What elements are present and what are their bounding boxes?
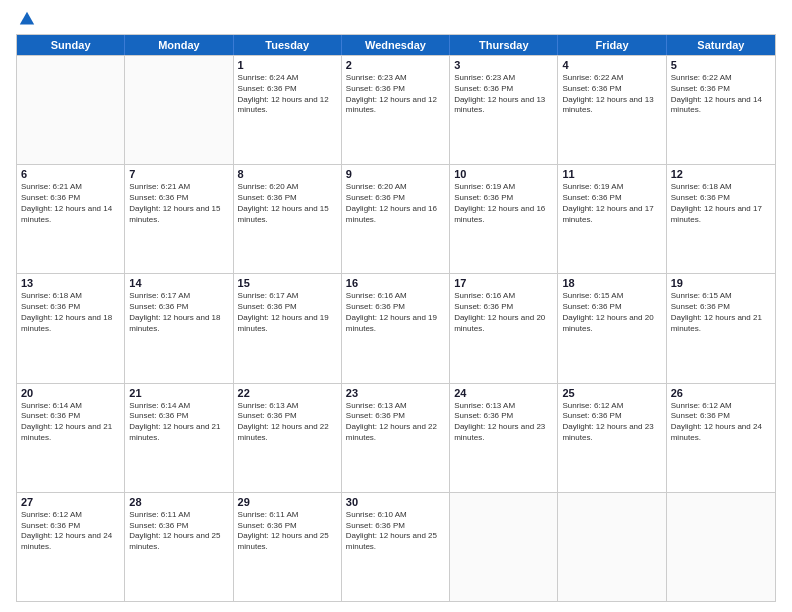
day-number: 26 — [671, 387, 771, 399]
calendar-cell: 13Sunrise: 6:18 AMSunset: 6:36 PMDayligh… — [17, 274, 125, 382]
day-number: 12 — [671, 168, 771, 180]
cell-info: Sunrise: 6:17 AMSunset: 6:36 PMDaylight:… — [129, 291, 228, 334]
calendar-cell — [17, 56, 125, 164]
calendar-row-2: 13Sunrise: 6:18 AMSunset: 6:36 PMDayligh… — [17, 273, 775, 382]
day-number: 14 — [129, 277, 228, 289]
day-number: 7 — [129, 168, 228, 180]
day-number: 4 — [562, 59, 661, 71]
day-number: 8 — [238, 168, 337, 180]
calendar-cell: 10Sunrise: 6:19 AMSunset: 6:36 PMDayligh… — [450, 165, 558, 273]
calendar-cell: 28Sunrise: 6:11 AMSunset: 6:36 PMDayligh… — [125, 493, 233, 601]
header-day-sunday: Sunday — [17, 35, 125, 55]
cell-info: Sunrise: 6:21 AMSunset: 6:36 PMDaylight:… — [21, 182, 120, 225]
calendar-cell: 15Sunrise: 6:17 AMSunset: 6:36 PMDayligh… — [234, 274, 342, 382]
day-number: 27 — [21, 496, 120, 508]
day-number: 10 — [454, 168, 553, 180]
day-number: 5 — [671, 59, 771, 71]
cell-info: Sunrise: 6:17 AMSunset: 6:36 PMDaylight:… — [238, 291, 337, 334]
day-number: 29 — [238, 496, 337, 508]
calendar-row-0: 1Sunrise: 6:24 AMSunset: 6:36 PMDaylight… — [17, 55, 775, 164]
calendar-cell — [450, 493, 558, 601]
calendar-cell: 16Sunrise: 6:16 AMSunset: 6:36 PMDayligh… — [342, 274, 450, 382]
cell-info: Sunrise: 6:18 AMSunset: 6:36 PMDaylight:… — [21, 291, 120, 334]
cell-info: Sunrise: 6:23 AMSunset: 6:36 PMDaylight:… — [346, 73, 445, 116]
cell-info: Sunrise: 6:11 AMSunset: 6:36 PMDaylight:… — [238, 510, 337, 553]
calendar-cell — [125, 56, 233, 164]
day-number: 25 — [562, 387, 661, 399]
header-day-wednesday: Wednesday — [342, 35, 450, 55]
cell-info: Sunrise: 6:16 AMSunset: 6:36 PMDaylight:… — [454, 291, 553, 334]
header-day-saturday: Saturday — [667, 35, 775, 55]
calendar-cell: 11Sunrise: 6:19 AMSunset: 6:36 PMDayligh… — [558, 165, 666, 273]
calendar-cell: 25Sunrise: 6:12 AMSunset: 6:36 PMDayligh… — [558, 384, 666, 492]
calendar-cell: 6Sunrise: 6:21 AMSunset: 6:36 PMDaylight… — [17, 165, 125, 273]
cell-info: Sunrise: 6:13 AMSunset: 6:36 PMDaylight:… — [238, 401, 337, 444]
page: SundayMondayTuesdayWednesdayThursdayFrid… — [0, 0, 792, 612]
day-number: 23 — [346, 387, 445, 399]
calendar-cell: 4Sunrise: 6:22 AMSunset: 6:36 PMDaylight… — [558, 56, 666, 164]
calendar-row-4: 27Sunrise: 6:12 AMSunset: 6:36 PMDayligh… — [17, 492, 775, 601]
day-number: 11 — [562, 168, 661, 180]
logo — [16, 10, 36, 28]
cell-info: Sunrise: 6:21 AMSunset: 6:36 PMDaylight:… — [129, 182, 228, 225]
day-number: 18 — [562, 277, 661, 289]
calendar-cell: 22Sunrise: 6:13 AMSunset: 6:36 PMDayligh… — [234, 384, 342, 492]
day-number: 20 — [21, 387, 120, 399]
calendar-cell: 17Sunrise: 6:16 AMSunset: 6:36 PMDayligh… — [450, 274, 558, 382]
header — [16, 10, 776, 28]
svg-marker-0 — [20, 12, 34, 25]
cell-info: Sunrise: 6:19 AMSunset: 6:36 PMDaylight:… — [562, 182, 661, 225]
day-number: 17 — [454, 277, 553, 289]
calendar-cell: 8Sunrise: 6:20 AMSunset: 6:36 PMDaylight… — [234, 165, 342, 273]
day-number: 21 — [129, 387, 228, 399]
calendar-cell: 27Sunrise: 6:12 AMSunset: 6:36 PMDayligh… — [17, 493, 125, 601]
cell-info: Sunrise: 6:16 AMSunset: 6:36 PMDaylight:… — [346, 291, 445, 334]
day-number: 19 — [671, 277, 771, 289]
cell-info: Sunrise: 6:11 AMSunset: 6:36 PMDaylight:… — [129, 510, 228, 553]
calendar-cell — [558, 493, 666, 601]
cell-info: Sunrise: 6:19 AMSunset: 6:36 PMDaylight:… — [454, 182, 553, 225]
calendar-cell: 29Sunrise: 6:11 AMSunset: 6:36 PMDayligh… — [234, 493, 342, 601]
day-number: 1 — [238, 59, 337, 71]
cell-info: Sunrise: 6:20 AMSunset: 6:36 PMDaylight:… — [238, 182, 337, 225]
calendar-cell: 2Sunrise: 6:23 AMSunset: 6:36 PMDaylight… — [342, 56, 450, 164]
day-number: 13 — [21, 277, 120, 289]
calendar-cell: 24Sunrise: 6:13 AMSunset: 6:36 PMDayligh… — [450, 384, 558, 492]
calendar-cell: 26Sunrise: 6:12 AMSunset: 6:36 PMDayligh… — [667, 384, 775, 492]
day-number: 9 — [346, 168, 445, 180]
cell-info: Sunrise: 6:12 AMSunset: 6:36 PMDaylight:… — [671, 401, 771, 444]
cell-info: Sunrise: 6:18 AMSunset: 6:36 PMDaylight:… — [671, 182, 771, 225]
cell-info: Sunrise: 6:22 AMSunset: 6:36 PMDaylight:… — [671, 73, 771, 116]
day-number: 6 — [21, 168, 120, 180]
day-number: 30 — [346, 496, 445, 508]
day-number: 16 — [346, 277, 445, 289]
calendar-cell: 21Sunrise: 6:14 AMSunset: 6:36 PMDayligh… — [125, 384, 233, 492]
cell-info: Sunrise: 6:14 AMSunset: 6:36 PMDaylight:… — [129, 401, 228, 444]
day-number: 24 — [454, 387, 553, 399]
calendar-cell: 9Sunrise: 6:20 AMSunset: 6:36 PMDaylight… — [342, 165, 450, 273]
calendar-cell: 23Sunrise: 6:13 AMSunset: 6:36 PMDayligh… — [342, 384, 450, 492]
cell-info: Sunrise: 6:13 AMSunset: 6:36 PMDaylight:… — [454, 401, 553, 444]
header-day-friday: Friday — [558, 35, 666, 55]
logo-icon — [18, 10, 36, 28]
calendar: SundayMondayTuesdayWednesdayThursdayFrid… — [16, 34, 776, 602]
calendar-row-3: 20Sunrise: 6:14 AMSunset: 6:36 PMDayligh… — [17, 383, 775, 492]
day-number: 28 — [129, 496, 228, 508]
calendar-cell: 19Sunrise: 6:15 AMSunset: 6:36 PMDayligh… — [667, 274, 775, 382]
cell-info: Sunrise: 6:23 AMSunset: 6:36 PMDaylight:… — [454, 73, 553, 116]
cell-info: Sunrise: 6:15 AMSunset: 6:36 PMDaylight:… — [562, 291, 661, 334]
cell-info: Sunrise: 6:13 AMSunset: 6:36 PMDaylight:… — [346, 401, 445, 444]
day-number: 3 — [454, 59, 553, 71]
cell-info: Sunrise: 6:12 AMSunset: 6:36 PMDaylight:… — [21, 510, 120, 553]
calendar-cell: 7Sunrise: 6:21 AMSunset: 6:36 PMDaylight… — [125, 165, 233, 273]
day-number: 2 — [346, 59, 445, 71]
cell-info: Sunrise: 6:14 AMSunset: 6:36 PMDaylight:… — [21, 401, 120, 444]
calendar-header: SundayMondayTuesdayWednesdayThursdayFrid… — [17, 35, 775, 55]
day-number: 22 — [238, 387, 337, 399]
header-day-monday: Monday — [125, 35, 233, 55]
calendar-cell: 3Sunrise: 6:23 AMSunset: 6:36 PMDaylight… — [450, 56, 558, 164]
calendar-cell — [667, 493, 775, 601]
calendar-cell: 14Sunrise: 6:17 AMSunset: 6:36 PMDayligh… — [125, 274, 233, 382]
cell-info: Sunrise: 6:12 AMSunset: 6:36 PMDaylight:… — [562, 401, 661, 444]
calendar-cell: 12Sunrise: 6:18 AMSunset: 6:36 PMDayligh… — [667, 165, 775, 273]
